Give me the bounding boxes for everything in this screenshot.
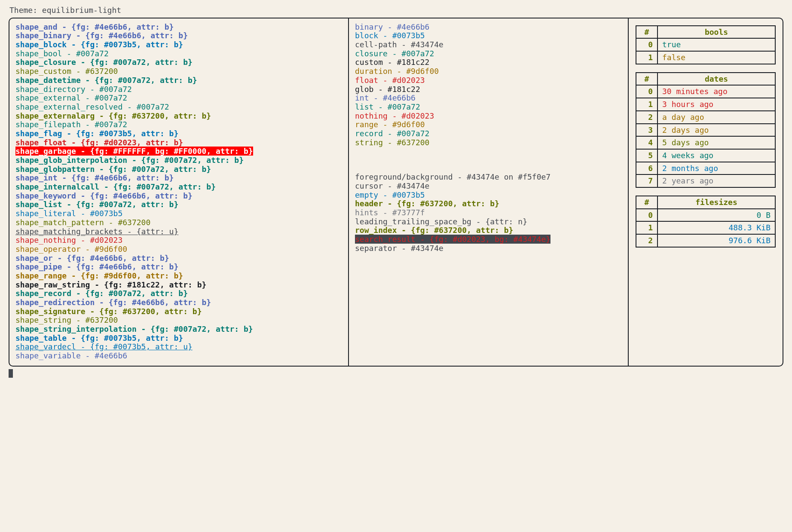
dates-value: 2 years ago — [657, 174, 775, 187]
types-row: list - #007a72 — [355, 103, 622, 112]
shapes-entry: shape_externalarg - {fg: #637200, attr: … — [15, 111, 211, 120]
col-header-dates: dates — [657, 73, 775, 86]
shapes-entry: shape_list - {fg: #007a72, attr: b} — [15, 200, 178, 209]
shapes-row: shape_external_resolved - #007a72 — [15, 103, 342, 112]
bools-value: false — [657, 51, 775, 64]
dates-table: #dates030 minutes ago13 hours ago2a day … — [636, 72, 776, 188]
shapes-entry: shape_match_pattern - #637200 — [15, 218, 150, 227]
table-row: 2a day ago — [636, 111, 775, 124]
shapes-row: shape_block - {fg: #0073b5, attr: b} — [15, 40, 342, 49]
shapes-row: shape_string_interpolation - {fg: #007a7… — [15, 325, 342, 334]
misc-row: hints - #73777f — [355, 208, 622, 217]
shapes-row: shape_operator - #9d6f00 — [15, 245, 342, 254]
shapes-entry: shape_block - {fg: #0073b5, attr: b} — [15, 40, 183, 49]
row-index: 7 — [636, 174, 657, 187]
shapes-row: shape_nothing - #d02023 — [15, 236, 342, 245]
types-entry: binary - #4e66b6 — [355, 22, 429, 31]
dates-value: 30 minutes ago — [657, 85, 775, 98]
row-index: 2 — [636, 234, 657, 247]
shapes-row: shape_glob_interpolation - {fg: #007a72,… — [15, 156, 342, 165]
table-row: 45 days ago — [636, 136, 775, 149]
types-entry: range - #9d6f00 — [355, 120, 425, 129]
bools-value: true — [657, 38, 775, 51]
row-index: 1 — [636, 51, 657, 64]
col-header-index: # — [636, 196, 657, 209]
table-row: 32 days ago — [636, 124, 775, 137]
types-entry: glob - #181c22 — [355, 85, 420, 94]
row-index: 0 — [636, 38, 657, 51]
table-row: 54 weeks ago — [636, 149, 775, 162]
shapes-row: shape_signature - {fg: #637200, attr: b} — [15, 307, 342, 316]
misc-entry: hints - #73777f — [355, 208, 425, 217]
shapes-entry: shape_flag - {fg: #0073b5, attr: b} — [15, 129, 178, 138]
shapes-row: shape_literal - #0073b5 — [15, 209, 342, 218]
shapes-row: shape_externalarg - {fg: #637200, attr: … — [15, 112, 342, 121]
types-row: duration - #9d6f00 — [355, 67, 622, 76]
shapes-entry: shape_and - {fg: #4e66b6, attr: b} — [15, 22, 174, 31]
shapes-row: shape_string - #637200 — [15, 316, 342, 325]
shapes-entry: shape_keyword - {fg: #4e66b6, attr: b} — [15, 191, 193, 200]
shapes-row: shape_external - #007a72 — [15, 94, 342, 103]
row-index: 6 — [636, 162, 657, 175]
col-header-index: # — [636, 26, 657, 39]
shapes-entry: shape_redirection - {fg: #4e66b6, attr: … — [15, 298, 211, 307]
misc-row: leading_trailing_space_bg - {attr: n} — [355, 217, 622, 226]
misc-row: search_result - {fg: #d02023, bg: #43474… — [355, 235, 622, 244]
shapes-row: shape_and - {fg: #4e66b6, attr: b} — [15, 23, 342, 32]
shapes-entry: shape_variable - #4e66b6 — [15, 351, 127, 360]
shapes-row: shape_garbage - {fg: #FFFFFF, bg: #FF000… — [15, 147, 342, 156]
shapes-row: shape_record - {fg: #007a72, attr: b} — [15, 289, 342, 298]
dates-value: 2 months ago — [657, 162, 775, 175]
shapes-column: shape_and - {fg: #4e66b6, attr: b}shape_… — [9, 18, 349, 366]
bools-table: #bools0true1false — [636, 25, 776, 64]
shapes-entry: shape_raw_string - {fg: #181c22, attr: b… — [15, 280, 206, 289]
types-column: binary - #4e66b6block - #0073b5cell-path… — [349, 18, 629, 366]
shapes-row: shape_bool - #007a72 — [15, 49, 342, 58]
misc-row: row_index - {fg: #637200, attr: b} — [355, 226, 622, 235]
filesizes-table: #filesizes00 B1488.3 KiB2976.6 KiB — [636, 196, 776, 248]
types-entry: nothing - #d02023 — [355, 111, 434, 120]
misc-entry: header - {fg: #637200, attr: b} — [355, 199, 499, 208]
table-row: 2976.6 KiB — [636, 234, 775, 247]
types-row: float - #d02023 — [355, 76, 622, 85]
shapes-entry: shape_nothing - #d02023 — [15, 235, 122, 245]
table-row: 00 B — [636, 209, 775, 222]
types-row: record - #007a72 — [355, 129, 622, 138]
types-entry: int - #4e66b6 — [355, 93, 416, 102]
shapes-entry: shape_operator - #9d6f00 — [15, 245, 127, 254]
shapes-entry: shape_pipe - {fg: #4e66b6, attr: b} — [15, 262, 178, 271]
shapes-entry: shape_garbage - {fg: #FFFFFF, bg: #FF000… — [15, 147, 253, 156]
types-row: range - #9d6f00 — [355, 120, 622, 129]
shapes-entry: shape_vardecl - {fg: #0073b5, attr: u} — [15, 342, 193, 351]
types-row: custom - #181c22 — [355, 58, 622, 67]
shapes-entry: shape_float - {fg: #d02023, attr: b} — [15, 138, 183, 147]
table-row: 72 years ago — [636, 174, 775, 187]
types-entry: cell-path - #43474e — [355, 40, 443, 49]
types-entry: block - #0073b5 — [355, 31, 425, 40]
table-row: 62 months ago — [636, 162, 775, 175]
row-index: 0 — [636, 209, 657, 222]
misc-entry: leading_trailing_space_bg - {attr: n} — [355, 217, 527, 226]
types-row: int - #4e66b6 — [355, 94, 622, 103]
shapes-entry: shape_closure - {fg: #007a72, attr: b} — [15, 58, 193, 67]
misc-entry: empty - #0073b5 — [355, 190, 425, 199]
types-row: closure - #007a72 — [355, 49, 622, 58]
dates-value: 3 hours ago — [657, 98, 775, 111]
types-entry: list - #007a72 — [355, 102, 420, 111]
misc-row: separator - #43474e — [355, 244, 622, 253]
shapes-entry: shape_custom - #637200 — [15, 67, 118, 76]
row-index: 0 — [636, 85, 657, 98]
shapes-row: shape_internalcall - {fg: #007a72, attr:… — [15, 183, 342, 192]
col-header-filesizes: filesizes — [657, 196, 775, 209]
misc-entry: search_result - {fg: #d02023, bg: #43474… — [355, 235, 550, 244]
shapes-row: shape_match_pattern - #637200 — [15, 218, 342, 227]
shapes-row: shape_filepath - #007a72 — [15, 120, 342, 129]
col-header-index: # — [636, 73, 657, 86]
types-entry: record - #007a72 — [355, 129, 429, 138]
dates-value: 5 days ago — [657, 136, 775, 149]
filesizes-value: 0 B — [657, 209, 775, 222]
shapes-entry: shape_string_interpolation - {fg: #007a7… — [15, 324, 253, 333]
shapes-row: shape_custom - #637200 — [15, 67, 342, 76]
filesizes-value: 976.6 KiB — [657, 234, 775, 247]
row-index: 1 — [636, 221, 657, 234]
